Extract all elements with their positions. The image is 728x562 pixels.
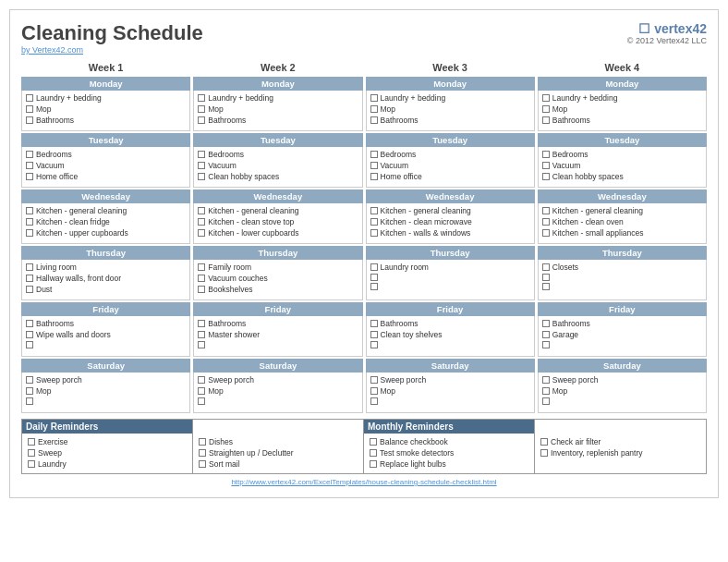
task-label: Bedrooms bbox=[208, 150, 244, 159]
task-checkbox[interactable] bbox=[542, 387, 550, 395]
task-checkbox[interactable] bbox=[370, 116, 378, 124]
task-label: Kitchen - clean stove top bbox=[208, 217, 294, 226]
task-label: Mop bbox=[381, 386, 396, 396]
task-checkbox[interactable] bbox=[370, 105, 378, 113]
task-checkbox[interactable] bbox=[542, 283, 550, 290]
task-checkbox[interactable] bbox=[198, 162, 205, 169]
task-checkbox[interactable] bbox=[370, 151, 378, 158]
task-checkbox[interactable] bbox=[370, 283, 378, 290]
task-checkbox[interactable] bbox=[542, 162, 550, 169]
task-item: Family room bbox=[198, 262, 358, 273]
task-checkbox[interactable] bbox=[370, 341, 378, 348]
task-item: Bathrooms bbox=[26, 318, 186, 329]
task-checkbox[interactable] bbox=[26, 173, 33, 180]
task-checkbox[interactable] bbox=[370, 376, 378, 384]
reminder-checkbox[interactable] bbox=[199, 438, 206, 446]
reminder-checkbox[interactable] bbox=[199, 460, 206, 468]
reminder-checkbox[interactable] bbox=[370, 449, 377, 457]
task-checkbox[interactable] bbox=[26, 376, 33, 384]
reminder-checkbox[interactable] bbox=[370, 460, 377, 468]
task-item: Bathrooms bbox=[542, 115, 702, 126]
task-checkbox[interactable] bbox=[542, 105, 550, 113]
task-checkbox[interactable] bbox=[198, 263, 205, 271]
task-checkbox[interactable] bbox=[26, 275, 33, 282]
task-checkbox[interactable] bbox=[198, 105, 205, 113]
task-checkbox[interactable] bbox=[542, 331, 550, 338]
task-checkbox[interactable] bbox=[26, 286, 33, 293]
task-checkbox[interactable] bbox=[198, 331, 205, 338]
week4-day6-tasks: Sweep porchMop bbox=[538, 373, 707, 413]
task-checkbox[interactable] bbox=[26, 218, 33, 226]
task-checkbox[interactable] bbox=[370, 397, 378, 405]
task-checkbox[interactable] bbox=[198, 207, 205, 214]
task-checkbox[interactable] bbox=[26, 105, 33, 113]
task-checkbox[interactable] bbox=[26, 331, 33, 338]
task-checkbox[interactable] bbox=[542, 341, 550, 348]
task-checkbox[interactable] bbox=[370, 229, 378, 237]
task-checkbox[interactable] bbox=[26, 320, 33, 327]
reminder-checkbox[interactable] bbox=[28, 438, 35, 446]
task-label: Vacuum bbox=[381, 161, 409, 170]
task-checkbox[interactable] bbox=[542, 151, 550, 158]
task-checkbox[interactable] bbox=[198, 116, 205, 124]
task-checkbox[interactable] bbox=[26, 341, 33, 348]
task-checkbox[interactable] bbox=[26, 397, 33, 405]
task-checkbox[interactable] bbox=[198, 173, 205, 180]
reminder-checkbox[interactable] bbox=[370, 438, 377, 446]
task-checkbox[interactable] bbox=[370, 94, 378, 102]
task-checkbox[interactable] bbox=[370, 207, 378, 214]
task-checkbox[interactable] bbox=[370, 274, 378, 281]
task-checkbox[interactable] bbox=[542, 397, 550, 405]
task-checkbox[interactable] bbox=[26, 94, 33, 102]
task-checkbox[interactable] bbox=[370, 173, 378, 180]
task-checkbox[interactable] bbox=[370, 162, 378, 169]
task-checkbox[interactable] bbox=[26, 207, 33, 214]
reminder-checkbox[interactable] bbox=[540, 449, 548, 457]
task-checkbox[interactable] bbox=[198, 376, 205, 384]
task-checkbox[interactable] bbox=[198, 320, 205, 327]
task-checkbox[interactable] bbox=[198, 397, 205, 405]
task-checkbox[interactable] bbox=[542, 229, 550, 237]
task-checkbox[interactable] bbox=[542, 173, 550, 180]
task-item-empty bbox=[370, 282, 530, 291]
week1-day6-tasks: Sweep porchMop bbox=[21, 373, 190, 413]
reminder-checkbox[interactable] bbox=[540, 438, 548, 446]
week1-day4-header: Thursday bbox=[21, 246, 190, 260]
task-checkbox[interactable] bbox=[542, 320, 550, 327]
task-checkbox[interactable] bbox=[198, 341, 205, 348]
task-checkbox[interactable] bbox=[370, 320, 378, 327]
week4-day1-header: Monday bbox=[538, 77, 707, 91]
task-item: Clean hobby spaces bbox=[198, 171, 358, 182]
reminder-checkbox[interactable] bbox=[28, 449, 35, 457]
task-checkbox[interactable] bbox=[542, 263, 550, 271]
task-checkbox[interactable] bbox=[370, 218, 378, 226]
reminder-checkbox[interactable] bbox=[199, 449, 206, 457]
task-checkbox[interactable] bbox=[198, 275, 205, 282]
task-checkbox[interactable] bbox=[198, 218, 205, 226]
task-checkbox[interactable] bbox=[26, 116, 33, 124]
task-checkbox[interactable] bbox=[26, 387, 33, 395]
week1-day2-header: Tuesday bbox=[21, 133, 190, 147]
task-checkbox[interactable] bbox=[198, 229, 205, 237]
task-checkbox[interactable] bbox=[198, 286, 205, 293]
task-checkbox[interactable] bbox=[198, 94, 205, 102]
week2-day4-tasks: Family roomVacuum couchesBookshelves bbox=[193, 260, 362, 300]
task-checkbox[interactable] bbox=[26, 151, 33, 158]
task-checkbox[interactable] bbox=[370, 331, 378, 338]
task-checkbox[interactable] bbox=[370, 387, 378, 395]
task-checkbox[interactable] bbox=[542, 207, 550, 214]
task-checkbox[interactable] bbox=[26, 263, 33, 271]
task-checkbox[interactable] bbox=[26, 162, 33, 169]
task-checkbox[interactable] bbox=[26, 229, 33, 237]
task-checkbox[interactable] bbox=[542, 218, 550, 226]
task-checkbox[interactable] bbox=[198, 151, 205, 158]
task-checkbox[interactable] bbox=[370, 263, 378, 271]
task-checkbox[interactable] bbox=[542, 94, 550, 102]
task-checkbox[interactable] bbox=[542, 376, 550, 384]
task-checkbox[interactable] bbox=[542, 116, 550, 124]
week2-day1-section: MondayLaundry + beddingMopBathrooms bbox=[193, 77, 362, 131]
logo-text: ☐ vertex42 bbox=[627, 21, 707, 36]
task-checkbox[interactable] bbox=[542, 274, 550, 281]
reminder-checkbox[interactable] bbox=[28, 460, 35, 468]
task-checkbox[interactable] bbox=[198, 387, 205, 395]
